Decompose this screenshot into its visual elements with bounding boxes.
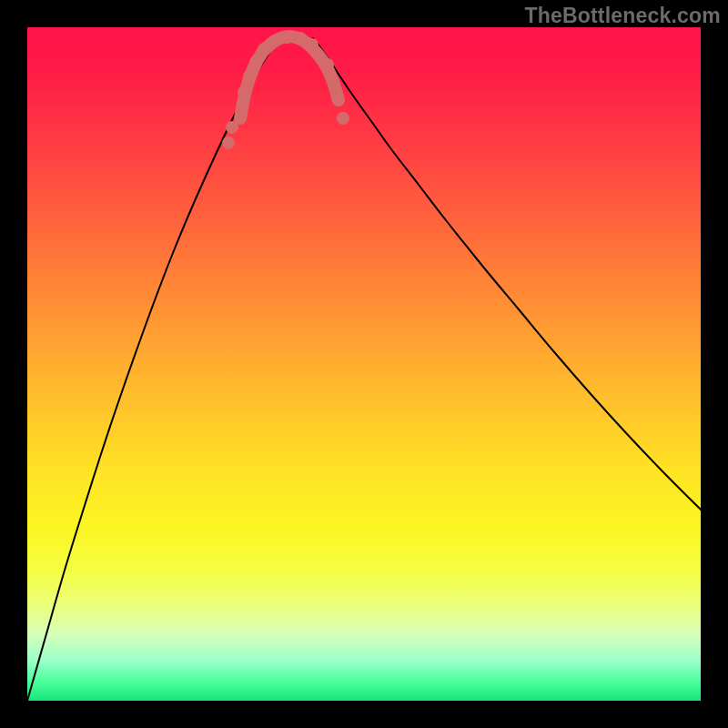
marker-dot [258, 43, 270, 56]
marker-dot [243, 70, 256, 83]
chart-frame: TheBottleneck.com [0, 0, 728, 728]
marker-dot [281, 31, 294, 44]
marker-dot [294, 32, 307, 45]
marker-dot [321, 58, 334, 71]
chart-svg [27, 27, 701, 701]
marker-dot [268, 35, 281, 47]
marker-dot [249, 56, 262, 68]
marker-dot [327, 75, 339, 87]
marker-dot [306, 38, 318, 51]
curve-right-curve [313, 38, 701, 510]
curve-left-curve [27, 35, 284, 701]
marker-dot [337, 112, 349, 125]
plot-area [27, 27, 701, 701]
marker-dot [226, 121, 238, 134]
marker-dot [331, 92, 344, 105]
watermark-text: TheBottleneck.com [524, 4, 721, 28]
marker-dot [238, 86, 250, 98]
marker-dot [222, 136, 235, 149]
